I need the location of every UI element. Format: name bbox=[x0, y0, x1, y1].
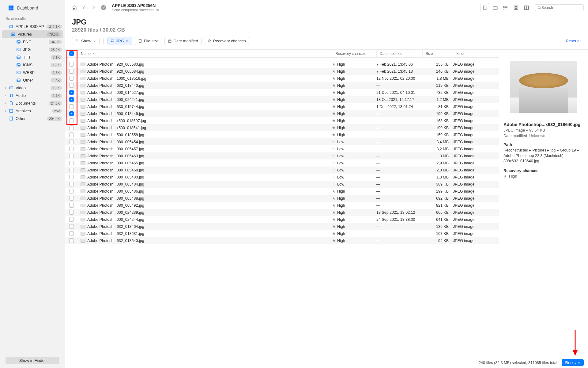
table-row[interactable]: ✓Adobe Photosh...500_018446.jpg★High—199… bbox=[65, 110, 499, 117]
sidebar-item[interactable]: ›Audio1,7K bbox=[0, 92, 65, 99]
table-row[interactable]: Adobe Photosh...080_005488.jpg★High—692 … bbox=[65, 195, 499, 202]
row-checkbox[interactable] bbox=[69, 210, 74, 215]
file-name: Adobe Photosh...000_014527.jpg bbox=[87, 90, 144, 95]
star-icon: ☆ bbox=[332, 147, 336, 151]
sidebar-item[interactable]: ICNS1,9K bbox=[0, 61, 65, 69]
table-row[interactable]: Adobe Photosh...080_005480.jpg☆Low—1,3 M… bbox=[65, 174, 499, 181]
table-row[interactable]: Adobe Photosh...080_005468.jpg☆Low—2,8 M… bbox=[65, 167, 499, 174]
view-list-icon[interactable] bbox=[501, 3, 510, 12]
jpg-filter[interactable]: JPG ✕ bbox=[107, 37, 132, 45]
table-row[interactable]: Adobe Photosh...080_005492.jpg★High—821 … bbox=[65, 202, 499, 209]
sidebar-item[interactable]: JPG28,9K bbox=[0, 46, 65, 53]
table-row[interactable]: ✓Adobe Photosh...000_014527.jpg★High21 D… bbox=[65, 89, 499, 96]
row-checkbox[interactable]: ✓ bbox=[69, 111, 74, 116]
row-checkbox[interactable] bbox=[69, 76, 74, 81]
row-checkbox[interactable]: ✓ bbox=[69, 97, 74, 102]
row-checkbox[interactable] bbox=[69, 118, 74, 123]
sidebar-item[interactable]: WEBP1,6K bbox=[0, 69, 65, 76]
table-row[interactable]: Adobe Photosh...000_024239.jpg★High13 Se… bbox=[65, 209, 499, 216]
view-folder-icon[interactable] bbox=[491, 3, 500, 12]
sidebar-item[interactable]: ⌄Pictures78,5K bbox=[2, 30, 63, 38]
show-in-finder-button[interactable]: Show in Finder bbox=[6, 357, 59, 364]
row-checkbox[interactable] bbox=[69, 147, 74, 151]
sidebar-item[interactable]: Other204,4K bbox=[0, 115, 65, 122]
row-checkbox[interactable] bbox=[69, 196, 74, 201]
view-grid-icon[interactable] bbox=[511, 3, 521, 12]
close-icon[interactable]: ✕ bbox=[126, 39, 129, 43]
table-row[interactable]: Adobe Photosh...x500_018507.jpg★High—163… bbox=[65, 117, 499, 124]
show-filter[interactable]: Show bbox=[72, 37, 100, 45]
file-name: Adobe Photosh...920_005683.jpg bbox=[87, 62, 144, 67]
row-checkbox[interactable] bbox=[69, 217, 74, 222]
row-checkbox[interactable] bbox=[69, 83, 74, 88]
table-row[interactable]: Adobe Photosh...632_018631.jpg★High—107 … bbox=[65, 230, 499, 237]
sidebar-item[interactable]: TIFF7,1K bbox=[0, 53, 65, 61]
recovery-filter[interactable]: Recovery chances bbox=[204, 37, 249, 45]
recovery-value: High bbox=[337, 62, 345, 67]
row-checkbox[interactable] bbox=[69, 168, 74, 172]
kind-value: JPEG image bbox=[453, 154, 499, 158]
row-checkbox[interactable]: ✓ bbox=[69, 90, 74, 95]
row-checkbox[interactable] bbox=[69, 104, 74, 109]
table-row[interactable]: Adobe Photosh...080_005463.jpg☆Low—3 MBJ… bbox=[65, 152, 499, 159]
table-row[interactable]: Adobe Photosh...000_024244.jpg★High24 Se… bbox=[65, 216, 499, 223]
reset-all-link[interactable]: Reset all bbox=[566, 39, 581, 43]
table-row[interactable]: Adobe Photosh...632_018640.jpg★High—94 K… bbox=[65, 237, 499, 244]
table-row[interactable]: Adobe Photosh...080_005465.jpg☆Low—2,9 M… bbox=[65, 159, 499, 167]
table-row[interactable]: Adobe Photosh...920_005684.jpg★High7 Feb… bbox=[65, 68, 499, 75]
column-size[interactable]: Size bbox=[422, 50, 453, 57]
search-field[interactable] bbox=[535, 4, 584, 11]
column-recovery[interactable]: Recovery chances bbox=[332, 50, 376, 57]
sidebar-item[interactable]: ›Video1,9K bbox=[0, 84, 65, 92]
table-row[interactable]: Adobe Photosh...632_018464.jpg★High—139 … bbox=[65, 223, 499, 230]
column-kind[interactable]: Kind bbox=[453, 50, 499, 57]
table-row[interactable]: Adobe Photosh...080_005486.jpg★High—299 … bbox=[65, 188, 499, 195]
file-name: Adobe Photosh...632_018631.jpg bbox=[87, 232, 144, 236]
table-row[interactable]: Adobe Photosh...500_018558.jpg★High—159 … bbox=[65, 131, 499, 138]
row-checkbox[interactable] bbox=[69, 175, 74, 179]
home-icon[interactable] bbox=[70, 3, 79, 12]
table-row[interactable]: Adobe Photosh...632_018440.jpg★High—119 … bbox=[65, 82, 499, 89]
table-row[interactable] bbox=[65, 58, 499, 61]
row-checkbox[interactable] bbox=[69, 62, 74, 67]
sidebar-item[interactable]: ›Archives252 bbox=[0, 107, 65, 115]
row-checkbox[interactable] bbox=[69, 182, 74, 186]
sidebar-item[interactable]: ›Documents24,3K bbox=[0, 99, 65, 107]
search-input[interactable] bbox=[541, 6, 581, 10]
table-row[interactable]: Adobe Photosh...080_005457.jpg☆Low—3,2 M… bbox=[65, 145, 499, 152]
row-checkbox[interactable] bbox=[69, 238, 74, 243]
column-date[interactable]: Date modified bbox=[376, 50, 422, 57]
sidebar-item[interactable]: Other4,4K bbox=[0, 76, 65, 84]
row-checkbox[interactable] bbox=[69, 224, 74, 229]
sidebar-item[interactable]: APPLE SSD AP...311,1K bbox=[0, 23, 65, 30]
row-checkbox[interactable] bbox=[69, 132, 74, 137]
table-row[interactable]: Adobe Photosh...080_005484.jpg☆Low—389 K… bbox=[65, 181, 499, 188]
sidebar-item-badge: 1,6K bbox=[51, 71, 62, 75]
table-row[interactable]: ✓Adobe Photosh...000_024241.jpg★High18 O… bbox=[65, 96, 499, 103]
row-checkbox[interactable] bbox=[69, 231, 74, 236]
sidebar-item-badge: 311,1K bbox=[47, 25, 62, 29]
sidebar-dashboard[interactable]: Dashboard bbox=[0, 0, 65, 15]
date-value: 7 Feb 2021, 13:45:13 bbox=[376, 69, 422, 74]
row-checkbox[interactable] bbox=[69, 140, 74, 144]
back-icon[interactable] bbox=[79, 3, 89, 12]
filesize-filter[interactable]: File size bbox=[135, 37, 162, 45]
sidebar-item[interactable]: PNG34,6K bbox=[0, 38, 65, 46]
view-columns-icon[interactable] bbox=[522, 3, 531, 12]
row-checkbox[interactable] bbox=[69, 69, 74, 74]
table-row[interactable]: Adobe Photosh...920_005683.jpg★High7 Feb… bbox=[65, 61, 499, 68]
row-checkbox[interactable] bbox=[69, 161, 74, 165]
table-row[interactable]: Adobe Photosh...080_005454.jpg☆Low—3,4 M… bbox=[65, 138, 499, 145]
recover-button[interactable]: Recover bbox=[562, 359, 584, 366]
view-document-icon[interactable] bbox=[480, 3, 489, 12]
row-checkbox[interactable] bbox=[69, 125, 74, 130]
table-row[interactable]: Adobe Photosh...1000_018516.jpg★High12 N… bbox=[65, 75, 499, 82]
row-checkbox[interactable] bbox=[69, 203, 74, 208]
table-row[interactable]: Adobe Photosh...630_015744.jpg★High1 Dec… bbox=[65, 103, 499, 110]
date-filter[interactable]: Date modified bbox=[164, 37, 202, 45]
column-name[interactable]: Name bbox=[77, 50, 332, 57]
table-row[interactable]: Adobe Photosh...x500_018541.jpg★High—199… bbox=[65, 124, 499, 131]
select-all-checkbox[interactable]: − bbox=[69, 51, 74, 56]
row-checkbox[interactable] bbox=[69, 189, 74, 194]
row-checkbox[interactable] bbox=[69, 154, 74, 158]
